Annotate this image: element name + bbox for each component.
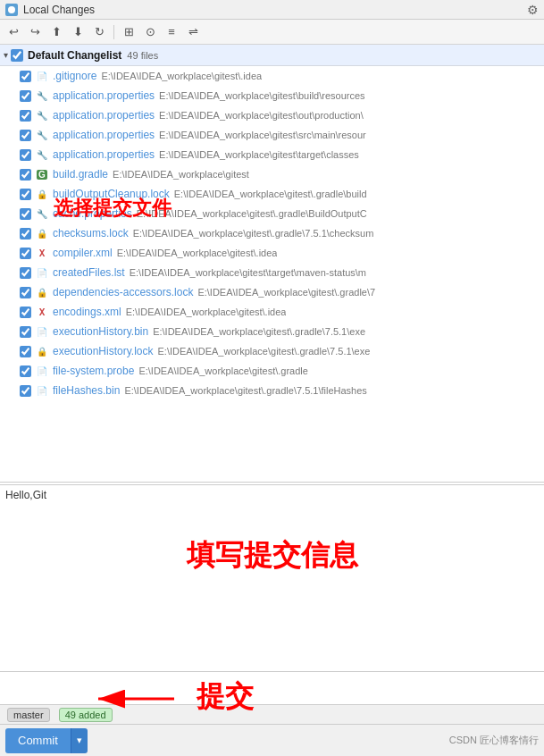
file-path: E:\IDEA\IDEA_workplace\gitest\.gradle\7.… — [153, 326, 365, 337]
file-name: cache.properties — [53, 207, 132, 220]
file-name: application.properties — [53, 89, 155, 102]
status-bar: master 49 added — [0, 704, 544, 724]
file-type-icon: 🔧 — [35, 206, 49, 221]
file-name: compiler.xml — [53, 247, 113, 259]
file-type-icon: 🔒 — [35, 344, 49, 358]
file-path: E:\IDEA\IDEA_workplace\gitest\src\main\r… — [159, 130, 366, 140]
file-row[interactable]: 🔧application.propertiesE:\IDEA\IDEA_work… — [0, 86, 544, 105]
file-checkbox[interactable] — [20, 130, 31, 141]
changelist-header[interactable]: ▾ Default Changelist 49 files — [0, 45, 544, 66]
file-row[interactable]: Gbuild.gradleE:\IDEA\IDEA_workplace\gite… — [0, 164, 544, 184]
branch-badge: master — [7, 708, 50, 722]
refresh-button[interactable]: ↻ — [89, 22, 109, 42]
file-type-icon: 📄 — [35, 265, 49, 280]
file-type-icon: 🔒 — [35, 187, 49, 201]
toggle-button[interactable]: ⊞ — [119, 22, 138, 42]
settings-icon[interactable]: ⚙ — [527, 3, 539, 17]
file-list: 📄.gitignoreE:\IDEA\IDEA_workplace\gitest… — [0, 66, 544, 400]
panel-title: Local Changes — [23, 4, 95, 16]
file-name: checksums.lock — [53, 227, 129, 239]
file-checkbox[interactable] — [20, 208, 31, 220]
watermark-text: CSDN 匠心博客情行 — [449, 734, 539, 747]
file-checkbox[interactable] — [20, 326, 31, 338]
file-type-icon: 🔧 — [35, 147, 49, 162]
file-type-icon: G — [35, 167, 49, 181]
file-type-icon: 🔧 — [35, 108, 49, 122]
file-row[interactable]: 📄.gitignoreE:\IDEA\IDEA_workplace\gitest… — [0, 66, 544, 86]
file-row[interactable]: 🔒checksums.lockE:\IDEA\IDEA_workplace\gi… — [0, 223, 544, 243]
file-checkbox[interactable] — [20, 228, 31, 239]
sort-button[interactable]: ≡ — [162, 22, 181, 42]
file-checkbox[interactable] — [20, 169, 31, 181]
file-row[interactable]: 🔒buildOutputCleanup.lockE:\IDEA\IDEA_wor… — [0, 184, 544, 204]
file-path: E:\IDEA\IDEA_workplace\gitest\target\cla… — [159, 149, 359, 160]
file-checkbox[interactable] — [20, 365, 31, 377]
file-row[interactable]: 📄executionHistory.binE:\IDEA\IDEA_workpl… — [0, 322, 544, 341]
action-bar: Commit ▾ CSDN 匠心博客情行 — [0, 724, 544, 756]
file-path: E:\IDEA\IDEA_workplace\gitest\.gradle\Bu… — [137, 208, 367, 219]
file-row[interactable]: 🔧application.propertiesE:\IDEA\IDEA_work… — [0, 145, 544, 164]
svg-point-0 — [8, 6, 15, 13]
file-path: E:\IDEA\IDEA_workplace\gitest\.idea — [126, 307, 287, 317]
file-type-icon: 📄 — [35, 383, 49, 398]
commit-button-group: Commit ▾ — [5, 728, 88, 753]
file-row[interactable]: 📄createdFiles.lstE:\IDEA\IDEA_workplace\… — [0, 263, 544, 282]
file-name: build.gradle — [53, 168, 108, 181]
file-name: buildOutputCleanup.lock — [53, 188, 170, 200]
file-checkbox[interactable] — [20, 248, 31, 259]
file-type-icon: 🔧 — [35, 88, 49, 103]
file-row[interactable]: Xcompiler.xmlE:\IDEA\IDEA_workplace\gite… — [0, 243, 544, 263]
added-badge: 49 added — [59, 708, 113, 722]
file-type-icon: 📄 — [35, 324, 49, 339]
group-button[interactable]: ⇌ — [183, 22, 203, 42]
title-bar: Local Changes ⚙ — [0, 0, 544, 20]
changelist-checkbox[interactable] — [11, 49, 23, 62]
file-name: executionHistory.lock — [53, 345, 154, 357]
redo-button[interactable]: ↪ — [25, 22, 45, 42]
file-row[interactable]: 🔧application.propertiesE:\IDEA\IDEA_work… — [0, 105, 544, 125]
file-row[interactable]: Xencodings.xmlE:\IDEA\IDEA_workplace\git… — [0, 302, 544, 322]
file-type-icon: X — [35, 246, 49, 260]
file-type-icon: 🔒 — [35, 285, 49, 299]
commit-message-area: Hello,Git — [0, 484, 544, 672]
file-path: E:\IDEA\IDEA_workplace\gitest\target\mav… — [130, 267, 366, 278]
file-row[interactable]: 🔧cache.propertiesE:\IDEA\IDEA_workplace\… — [0, 204, 544, 223]
title-bar-left: Local Changes — [5, 4, 95, 16]
file-checkbox[interactable] — [20, 189, 31, 200]
file-checkbox[interactable] — [20, 307, 31, 318]
file-name: encodings.xml — [53, 306, 121, 318]
commit-dropdown-button[interactable]: ▾ — [71, 728, 88, 753]
file-name: executionHistory.bin — [53, 325, 148, 338]
file-row[interactable]: 📄fileHashes.binE:\IDEA\IDEA_workplace\gi… — [0, 381, 544, 400]
file-type-icon: 🔒 — [35, 226, 49, 240]
file-type-icon: 🔧 — [35, 128, 49, 142]
file-checkbox[interactable] — [20, 110, 31, 122]
file-row[interactable]: 📄file-system.probeE:\IDEA\IDEA_workplace… — [0, 361, 544, 381]
file-row[interactable]: 🔧application.propertiesE:\IDEA\IDEA_work… — [0, 125, 544, 145]
view-button[interactable]: ⊙ — [140, 22, 160, 42]
move-to-changelist-button[interactable]: ⬆ — [46, 22, 66, 42]
file-checkbox[interactable] — [20, 385, 31, 397]
file-type-icon: X — [35, 305, 49, 319]
file-checkbox[interactable] — [20, 149, 31, 161]
file-path: E:\IDEA\IDEA_workplace\gitest\.idea — [117, 248, 278, 258]
file-checkbox[interactable] — [20, 71, 31, 82]
undo-button[interactable]: ↩ — [4, 22, 23, 42]
file-path: E:\IDEA\IDEA_workplace\gitest\.gradle\7.… — [158, 346, 371, 357]
file-checkbox[interactable] — [20, 287, 31, 298]
file-name: application.properties — [53, 148, 155, 161]
commit-button[interactable]: Commit — [5, 728, 71, 753]
file-checkbox[interactable] — [20, 90, 31, 102]
local-changes-icon — [5, 4, 18, 16]
file-path: E:\IDEA\IDEA_workplace\gitest\build\reso… — [159, 90, 365, 101]
file-list-container[interactable]: ▾ Default Changelist 49 files 📄.gitignor… — [0, 45, 544, 483]
changelist-count: 49 files — [127, 50, 158, 61]
file-path: E:\IDEA\IDEA_workplace\gitest\.gradle\bu… — [174, 189, 367, 199]
shelve-button[interactable]: ⬇ — [68, 22, 88, 42]
file-checkbox[interactable] — [20, 346, 31, 357]
file-row[interactable]: 🔒dependencies-accessors.lockE:\IDEA\IDEA… — [0, 282, 544, 302]
file-row[interactable]: 🔒executionHistory.lockE:\IDEA\IDEA_workp… — [0, 341, 544, 361]
file-path: E:\IDEA\IDEA_workplace\gitest\.gradle\7 — [197, 287, 375, 298]
file-checkbox[interactable] — [20, 267, 31, 279]
changelist-name: Default Changelist — [28, 49, 121, 62]
